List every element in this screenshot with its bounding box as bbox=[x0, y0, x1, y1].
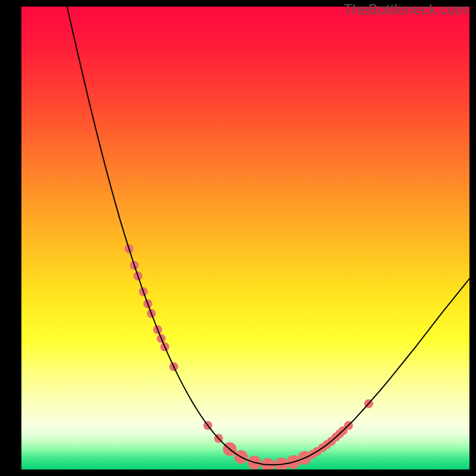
chart-frame: TheBottleneck.com bbox=[0, 0, 476, 476]
watermark-text: TheBottleneck.com bbox=[343, 1, 468, 18]
plot-area bbox=[21, 7, 469, 469]
chart-svg bbox=[21, 7, 469, 469]
gradient-background bbox=[21, 7, 469, 469]
